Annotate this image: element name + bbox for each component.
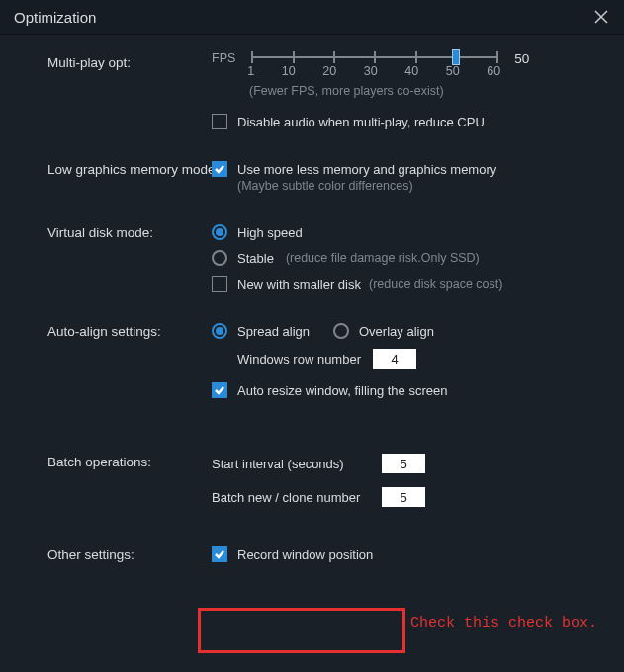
section-batch: Batch operations: Start interval (second… bbox=[47, 454, 596, 507]
close-icon bbox=[594, 10, 608, 24]
vdisk-stable-label: Stable bbox=[237, 251, 274, 266]
fps-caption: FPS bbox=[212, 51, 235, 65]
vdisk-new-smaller-checkbox[interactable] bbox=[212, 276, 227, 292]
content-area: Multi-play opt: FPS 1 bbox=[0, 35, 624, 582]
record-window-position-checkbox[interactable] bbox=[212, 546, 227, 562]
fps-slider[interactable]: 1 10 20 30 40 50 60 bbox=[251, 54, 496, 78]
close-button[interactable] bbox=[592, 8, 610, 26]
use-less-memory-label: Use more less memory and graphics memory bbox=[237, 162, 496, 177]
clone-number-input[interactable] bbox=[382, 487, 425, 507]
spread-align-label: Spread align bbox=[237, 324, 310, 339]
vdisk-new-smaller-hint: (reduce disk space cost) bbox=[369, 277, 502, 291]
record-window-position-label: Record window position bbox=[237, 547, 373, 562]
fps-tick-labels: 1 10 20 30 40 50 60 bbox=[247, 64, 500, 78]
vdisk-highspeed-label: High speed bbox=[237, 225, 303, 240]
auto-resize-label: Auto resize window, filling the screen bbox=[237, 383, 447, 398]
spread-align-radio[interactable] bbox=[212, 323, 227, 339]
vdisk-highspeed-radio[interactable] bbox=[212, 224, 227, 240]
check-icon bbox=[214, 163, 225, 175]
window-title: Optimization bbox=[14, 9, 96, 26]
start-interval-input[interactable] bbox=[382, 454, 425, 473]
section-lowmem: Low graphics memory mode: Use more less … bbox=[47, 161, 596, 193]
batch-label: Batch operations: bbox=[47, 454, 212, 469]
lowmem-label: Low graphics memory mode: bbox=[47, 161, 212, 177]
annotation-text: Check this check box. bbox=[410, 615, 597, 631]
vdisk-label: Virtual disk mode: bbox=[47, 224, 212, 240]
annotation-box bbox=[198, 608, 405, 653]
section-multiplay: Multi-play opt: FPS 1 bbox=[47, 54, 596, 129]
fps-hint: (Fewer FPS, more players co-exist) bbox=[249, 84, 596, 98]
use-less-memory-hint: (Maybe subtle color differences) bbox=[237, 179, 596, 193]
rownum-label: Windows row number bbox=[237, 352, 361, 367]
section-vdisk: Virtual disk mode: High speed Stable (re… bbox=[47, 224, 596, 292]
use-less-memory-checkbox[interactable] bbox=[212, 161, 227, 177]
clone-number-label: Batch new / clone number bbox=[212, 490, 370, 505]
multiplay-label: Multi-play opt: bbox=[47, 54, 212, 70]
auto-resize-checkbox[interactable] bbox=[212, 382, 227, 398]
rownum-input[interactable] bbox=[373, 349, 416, 369]
disable-audio-checkbox[interactable] bbox=[212, 114, 227, 129]
check-icon bbox=[214, 548, 225, 560]
start-interval-label: Start interval (seconds) bbox=[212, 457, 370, 471]
vdisk-new-smaller-label: New with smaller disk bbox=[237, 277, 361, 292]
overlay-align-label: Overlay align bbox=[359, 324, 434, 339]
section-other: Other settings: Record window position bbox=[47, 546, 596, 562]
vdisk-stable-hint: (reduce file damage risk.Only SSD) bbox=[286, 251, 480, 265]
check-icon bbox=[214, 384, 225, 396]
title-bar: Optimization bbox=[0, 0, 624, 35]
other-label: Other settings: bbox=[47, 546, 212, 562]
fps-slider-thumb[interactable] bbox=[452, 49, 460, 65]
fps-value: 50 bbox=[514, 51, 529, 66]
overlay-align-radio[interactable] bbox=[333, 323, 349, 339]
section-autoalign: Auto-align settings: Spread align Overla… bbox=[47, 323, 596, 398]
vdisk-stable-radio[interactable] bbox=[212, 250, 227, 266]
autoalign-label: Auto-align settings: bbox=[47, 323, 212, 339]
disable-audio-label: Disable audio when multi-play, reduce CP… bbox=[237, 115, 485, 129]
